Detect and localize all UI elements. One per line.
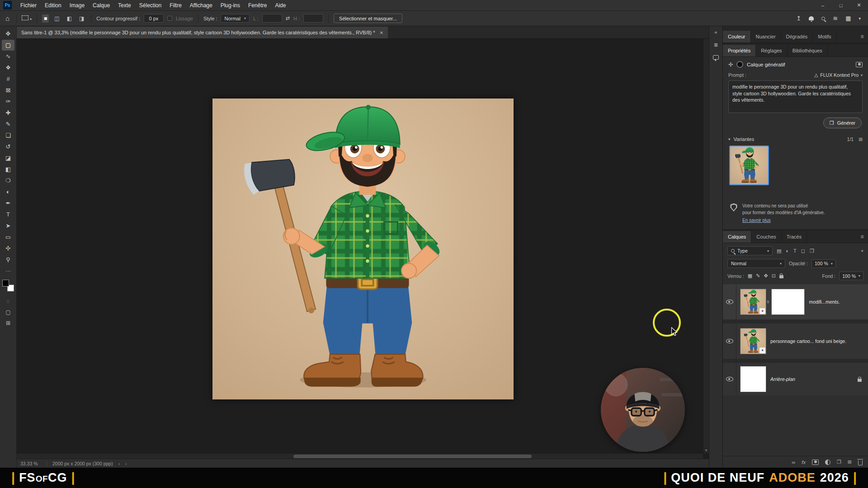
frame-tool[interactable]: ⊠ xyxy=(2,85,14,96)
feather-input[interactable]: 0 px xyxy=(144,14,164,23)
add-layer-mask-icon[interactable] xyxy=(812,460,819,465)
panel-menu-icon[interactable]: ≡ xyxy=(856,31,868,42)
lock-pixels-icon[interactable]: ✎ xyxy=(756,273,760,279)
layer-thumbnail[interactable]: ✦ xyxy=(740,289,766,315)
menu-selection[interactable]: Sélection xyxy=(135,0,165,11)
menu-edition[interactable]: Edition xyxy=(41,0,66,11)
zoom-level-input[interactable]: 33.33 % xyxy=(20,461,41,466)
lock-position-icon[interactable]: ✥ xyxy=(764,273,768,279)
eyedropper-tool[interactable]: ✑ xyxy=(2,96,14,107)
menu-aide[interactable]: Aide xyxy=(271,0,290,11)
layer-thumbnail[interactable] xyxy=(740,366,766,392)
intersect-selection-button[interactable]: ◨ xyxy=(77,14,86,23)
variant-thumbnail[interactable] xyxy=(729,145,769,185)
filter-toggle-icon[interactable]: ● xyxy=(861,249,863,253)
visibility-cell[interactable] xyxy=(723,363,736,395)
tab-degrades[interactable]: Dégradés xyxy=(781,31,813,42)
foreground-color-swatch[interactable] xyxy=(2,280,9,286)
comments-panel-icon[interactable] xyxy=(713,55,719,60)
layer-mask-thumbnail[interactable] xyxy=(771,289,805,315)
add-mask-icon[interactable] xyxy=(856,62,863,67)
style-select[interactable]: Normal▾ xyxy=(221,14,249,23)
visibility-cell[interactable] xyxy=(723,324,736,359)
panel-menu-icon[interactable]: ≡ xyxy=(856,231,868,243)
quick-mask-icon[interactable]: ◌ xyxy=(6,298,9,305)
document-canvas[interactable] xyxy=(212,99,514,399)
fill-input[interactable]: 100 % ▾ xyxy=(839,272,863,280)
height-input[interactable] xyxy=(303,14,323,23)
layer-row-background[interactable]: Arrière-plan xyxy=(723,363,868,395)
path-selection-tool[interactable]: ➤ xyxy=(2,221,14,231)
visibility-cell[interactable] xyxy=(723,284,736,319)
share-icon[interactable]: ↥ xyxy=(796,15,801,22)
edit-toolbar-icon[interactable]: ⋯ xyxy=(5,268,11,274)
lasso-tool[interactable]: ∿ xyxy=(2,51,14,62)
tab-calques[interactable]: Calques xyxy=(723,231,751,243)
screen-mode-icon[interactable]: ▢ xyxy=(5,309,10,315)
object-selection-tool[interactable]: ❖ xyxy=(2,62,14,73)
horizontal-scrollbar[interactable] xyxy=(17,453,703,459)
filter-smart-object-icon[interactable]: ❐ xyxy=(810,248,814,254)
collapse-panels-icon[interactable]: « xyxy=(714,29,717,35)
canvas-area[interactable]: ▾ xyxy=(17,39,709,459)
crop-tool[interactable]: # xyxy=(2,74,14,84)
generate-button[interactable]: ❐ Générer xyxy=(823,117,862,128)
menu-plugins[interactable]: Plug-ins xyxy=(217,0,244,11)
model-select[interactable]: △ FLUX Kontext Pro ▾ xyxy=(814,72,863,78)
anti-alias-checkbox[interactable] xyxy=(167,16,172,21)
tab-couleur[interactable]: Couleur xyxy=(723,31,751,42)
brush-tool[interactable]: ✎ xyxy=(2,119,14,130)
chevron-down-icon[interactable]: ▾ xyxy=(859,16,861,21)
blur-tool[interactable]: ❍ xyxy=(2,175,14,186)
layer-name[interactable]: personnage cartoo... fond uni beige. xyxy=(770,338,846,344)
close-button[interactable]: ✕ xyxy=(850,0,868,11)
history-brush-tool[interactable]: ↺ xyxy=(2,141,14,152)
filter-shape-icon[interactable]: ◻ xyxy=(801,248,805,254)
menu-calque[interactable]: Calque xyxy=(89,0,114,11)
hand-tool[interactable]: ✣ xyxy=(2,243,14,254)
layer-name[interactable]: Arrière-plan xyxy=(770,376,795,382)
status-next-icon[interactable]: › xyxy=(118,461,120,466)
pen-tool[interactable]: ✒ xyxy=(2,198,14,209)
menu-filtre[interactable]: Filtre xyxy=(165,0,186,11)
minimize-button[interactable]: – xyxy=(814,0,832,11)
notifications-bell-icon[interactable] xyxy=(809,16,814,20)
filter-adjustment-icon[interactable]: ◐ xyxy=(786,248,789,253)
type-tool[interactable]: T xyxy=(2,209,14,220)
lock-transparency-icon[interactable]: ▦ xyxy=(748,273,752,279)
tab-reglages[interactable]: Réglages xyxy=(756,45,787,56)
tab-traces[interactable]: Tracés xyxy=(782,231,807,243)
eye-icon[interactable] xyxy=(726,300,733,304)
width-input[interactable] xyxy=(262,14,282,23)
dodge-tool[interactable]: ◐ xyxy=(2,187,14,197)
tab-nuancier[interactable]: Nuancier xyxy=(751,31,781,42)
zoom-tool[interactable]: ⚲ xyxy=(2,254,14,265)
scrollbar-thumb[interactable] xyxy=(293,455,532,458)
blend-mode-select[interactable]: Normal ▾ xyxy=(727,259,785,268)
new-layer-icon[interactable]: ⊞ xyxy=(848,459,852,465)
select-and-mask-button[interactable]: Sélectionner et masquer... xyxy=(334,14,402,23)
menu-fenetre[interactable]: Fenêtre xyxy=(244,0,271,11)
maximize-button[interactable]: □ xyxy=(832,0,850,11)
variants-grid-icon[interactable]: ⊞ xyxy=(859,136,863,142)
layer-style-icon[interactable]: fx xyxy=(802,460,806,465)
menu-affichage[interactable]: Affichage xyxy=(186,0,217,11)
history-panel-icon[interactable]: ≣ xyxy=(714,42,718,48)
tab-proprietes[interactable]: Propriétés xyxy=(723,45,756,56)
menu-texte[interactable]: Texte xyxy=(114,0,135,11)
home-icon[interactable]: ⌂ xyxy=(4,14,11,22)
new-selection-button[interactable]: ■ xyxy=(42,14,49,23)
eraser-tool[interactable]: ◪ xyxy=(2,153,14,164)
marquee-tool-preset[interactable]: ▾ xyxy=(22,15,32,21)
clone-stamp-tool[interactable]: ❏ xyxy=(2,130,14,141)
layer-row-generative[interactable]: ✦ ∞ modifi...ments. xyxy=(723,284,868,319)
variants-header[interactable]: ▾ Variantes 1/1 ⊞ xyxy=(723,132,868,145)
tab-bibliotheques[interactable]: Bibliothèques xyxy=(788,45,828,56)
spot-healing-tool[interactable]: ✚ xyxy=(2,108,14,118)
vertical-scrollbar[interactable]: ▾ xyxy=(703,39,709,453)
scroll-down-icon[interactable]: ▾ xyxy=(705,448,707,452)
menu-fichier[interactable]: Fichier xyxy=(16,0,41,11)
filter-type-icon[interactable]: T xyxy=(793,248,797,253)
swap-dimensions-icon[interactable]: ⇄ xyxy=(286,15,290,21)
add-selection-button[interactable]: ◫ xyxy=(52,14,61,23)
